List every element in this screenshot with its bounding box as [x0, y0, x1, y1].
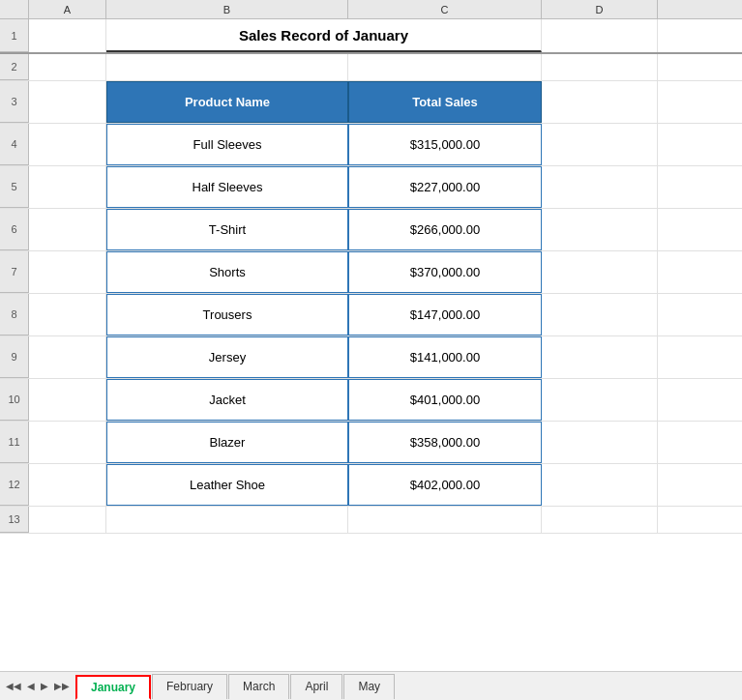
- tab-february[interactable]: February: [152, 674, 227, 699]
- tab-january[interactable]: January: [75, 675, 151, 700]
- row-number-2: 2: [0, 54, 29, 80]
- cell-a7[interactable]: [29, 251, 106, 293]
- cell-sales-3[interactable]: $266,000.00: [348, 209, 542, 250]
- cell-d2[interactable]: [542, 54, 658, 80]
- row-number-3: 3: [0, 81, 29, 123]
- arrow-left[interactable]: ◀: [25, 679, 37, 693]
- cell-product-2[interactable]: Half Sleeves: [106, 166, 348, 208]
- cell-product-1[interactable]: Full Sleeves: [106, 124, 348, 165]
- table-row: 5 Half Sleeves $227,000.00: [0, 166, 742, 209]
- cell-d6[interactable]: [542, 209, 658, 250]
- cell-sales-5[interactable]: $147,000.00: [348, 294, 542, 335]
- cell-a3[interactable]: [29, 81, 106, 123]
- cell-a2[interactable]: [29, 54, 106, 80]
- cell-d4[interactable]: [542, 124, 658, 165]
- cell-sales-7[interactable]: $401,000.00: [348, 379, 542, 421]
- cell-b13[interactable]: [106, 507, 348, 533]
- cell-a10[interactable]: [29, 379, 106, 421]
- table-row: 4 Full Sleeves $315,000.00: [0, 124, 742, 166]
- cell-sales-1[interactable]: $315,000.00: [348, 124, 542, 165]
- cell-d10[interactable]: [542, 379, 658, 421]
- cell-a5[interactable]: [29, 166, 106, 208]
- tab-april[interactable]: April: [290, 674, 342, 699]
- col-header-b: B: [106, 0, 348, 18]
- arrow-right[interactable]: ▶: [39, 679, 50, 693]
- cell-d5[interactable]: [542, 166, 658, 208]
- cell-a1[interactable]: [29, 19, 106, 52]
- cell-d12[interactable]: [542, 464, 658, 506]
- sheet-nav-arrows: ◀◀ ◀ ▶ ▶▶: [0, 679, 75, 693]
- table-row: 2: [0, 54, 742, 81]
- arrow-left-left[interactable]: ◀◀: [4, 679, 23, 693]
- cell-product-7[interactable]: Jacket: [106, 379, 348, 421]
- cell-product-6[interactable]: Jersey: [106, 336, 348, 378]
- row-number-1: 1: [0, 19, 29, 52]
- tab-march[interactable]: March: [228, 674, 289, 699]
- cell-sales-9[interactable]: $402,000.00: [348, 464, 542, 506]
- cell-product-9[interactable]: Leather Shoe: [106, 464, 348, 506]
- cell-b2[interactable]: [106, 54, 348, 80]
- cell-a4[interactable]: [29, 124, 106, 165]
- col-header-a: A: [29, 0, 106, 18]
- cell-a12[interactable]: [29, 464, 106, 506]
- table-row: 3 Product Name Total Sales: [0, 81, 742, 124]
- cell-d7[interactable]: [542, 251, 658, 293]
- tab-may[interactable]: May: [343, 674, 395, 699]
- table-row: 11 Blazer $358,000.00: [0, 422, 742, 464]
- row-number-11: 11: [0, 422, 29, 463]
- col-header-c: C: [348, 0, 542, 18]
- column-headers: A B C D: [0, 0, 742, 19]
- cell-sales-4[interactable]: $370,000.00: [348, 251, 542, 293]
- bottom-bar: ◀◀ ◀ ▶ ▶▶ January February March April M…: [0, 671, 742, 700]
- table-row: 6 T-Shirt $266,000.00: [0, 209, 742, 251]
- row-number-10: 10: [0, 379, 29, 421]
- cell-a11[interactable]: [29, 422, 106, 463]
- cell-product-5[interactable]: Trousers: [106, 294, 348, 335]
- row-number-6: 6: [0, 209, 29, 250]
- row-number-12: 12: [0, 464, 29, 506]
- table-row: 7 Shorts $370,000.00: [0, 251, 742, 294]
- table-row: 9 Jersey $141,000.00: [0, 336, 742, 379]
- row-number-9: 9: [0, 336, 29, 378]
- table-row: 12 Leather Shoe $402,000.00: [0, 464, 742, 507]
- cell-sales-8[interactable]: $358,000.00: [348, 422, 542, 463]
- cell-title: Sales Record of January: [106, 19, 542, 52]
- spreadsheet: A B C D 1 Sales Record of January 2 3 Pr…: [0, 0, 742, 671]
- cell-a9[interactable]: [29, 336, 106, 378]
- cell-d11[interactable]: [542, 422, 658, 463]
- header-product-name: Product Name: [106, 81, 348, 123]
- table-row: 13: [0, 507, 742, 534]
- row-number-8: 8: [0, 294, 29, 335]
- cell-d9[interactable]: [542, 336, 658, 378]
- row-number-13: 13: [0, 507, 29, 533]
- arrow-right-right[interactable]: ▶▶: [52, 679, 72, 693]
- cell-c2[interactable]: [348, 54, 542, 80]
- table-row: 10 Jacket $401,000.00: [0, 379, 742, 422]
- row-number-5: 5: [0, 166, 29, 208]
- cell-sales-2[interactable]: $227,000.00: [348, 166, 542, 208]
- cell-a13[interactable]: [29, 507, 106, 533]
- cell-product-4[interactable]: Shorts: [106, 251, 348, 293]
- header-total-sales: Total Sales: [348, 81, 542, 123]
- table-row: 1 Sales Record of January: [0, 19, 742, 54]
- grid-area: 1 Sales Record of January 2 3 Product Na…: [0, 19, 742, 671]
- row-number-7: 7: [0, 251, 29, 293]
- cell-sales-6[interactable]: $141,000.00: [348, 336, 542, 378]
- corner-cell: [0, 0, 29, 18]
- cell-a8[interactable]: [29, 294, 106, 335]
- cell-product-8[interactable]: Blazer: [106, 422, 348, 463]
- cell-d8[interactable]: [542, 294, 658, 335]
- row-number-4: 4: [0, 124, 29, 165]
- col-header-d: D: [542, 0, 658, 18]
- cell-a6[interactable]: [29, 209, 106, 250]
- cell-product-3[interactable]: T-Shirt: [106, 209, 348, 250]
- cell-d13[interactable]: [542, 507, 658, 533]
- cell-d1[interactable]: [542, 19, 658, 52]
- cell-c13[interactable]: [348, 507, 542, 533]
- cell-d3[interactable]: [542, 81, 658, 123]
- table-row: 8 Trousers $147,000.00: [0, 294, 742, 336]
